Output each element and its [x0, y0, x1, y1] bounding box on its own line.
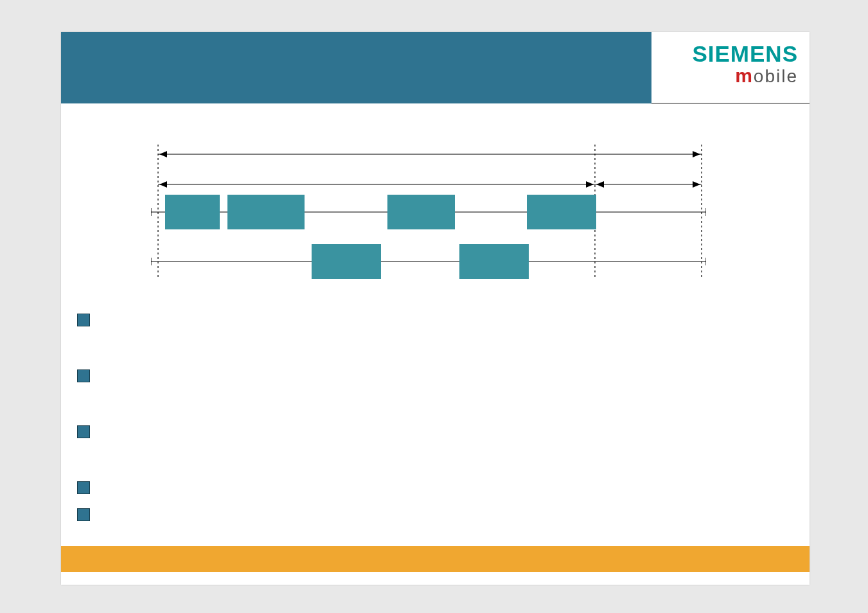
footer-bar [61, 546, 810, 572]
logo-underline [651, 103, 810, 103]
bullet-square [77, 481, 90, 494]
bullet-list [77, 314, 655, 564]
header-bar: SIEMENS mobile [61, 32, 810, 103]
diagram-svg [151, 145, 706, 292]
svg-rect-21 [527, 195, 596, 229]
svg-rect-23 [459, 244, 529, 279]
svg-rect-22 [312, 244, 381, 279]
page: SIEMENS mobile [0, 0, 868, 613]
svg-marker-10 [596, 181, 604, 188]
bullet-square [77, 314, 90, 326]
svg-marker-4 [159, 151, 167, 157]
bullet-square [77, 508, 90, 521]
svg-rect-18 [165, 195, 220, 229]
logo-box: SIEMENS mobile [651, 32, 810, 103]
svg-rect-19 [227, 195, 305, 229]
bullet-square [77, 425, 90, 438]
bullet-square [77, 369, 90, 382]
svg-marker-8 [586, 181, 594, 188]
svg-marker-11 [693, 181, 700, 188]
slide: SIEMENS mobile [61, 32, 810, 585]
svg-rect-20 [387, 195, 455, 229]
svg-marker-5 [693, 151, 700, 157]
mobile-wordmark: mobile [663, 65, 798, 87]
timing-diagram [151, 145, 706, 292]
siemens-wordmark: SIEMENS [663, 42, 798, 65]
svg-marker-7 [159, 181, 167, 188]
